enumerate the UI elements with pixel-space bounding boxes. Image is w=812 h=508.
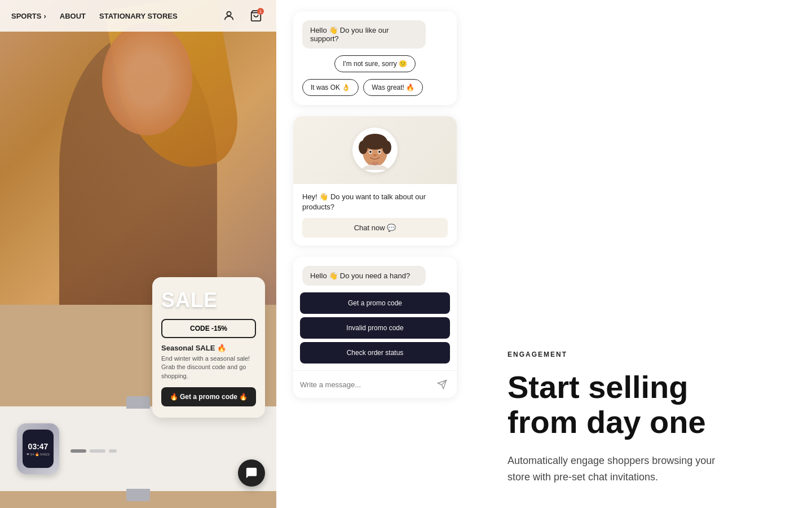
user-icon-btn[interactable] — [220, 7, 238, 25]
product-section: 03:47 ❤ 64 🔥 54623 — [0, 406, 276, 491]
dot-3 — [109, 449, 117, 453]
svg-point-10 — [378, 151, 381, 153]
agent-card: Hey! 👋 Do you want to talk about our pro… — [293, 116, 457, 246]
watch-screen: 03:47 ❤ 64 🔥 54623 — [23, 430, 54, 468]
right-panel: ENGAGEMENT Start selling from day one Au… — [474, 0, 812, 508]
watch-band-bottom — [126, 489, 150, 501]
nav-stores[interactable]: STATIONARY STORES — [99, 12, 178, 20]
send-button[interactable] — [434, 376, 450, 392]
choice-great[interactable]: Was great! 🔥 — [363, 79, 423, 96]
agent-card-body: Hey! 👋 Do you want to talk about our pro… — [293, 184, 457, 246]
svg-point-5 — [382, 141, 391, 154]
chat-widget-bottom: Hello 👋 Do you need a hand? Get a promo … — [293, 257, 457, 398]
chat-greeting: Hello 👋 Do you need a hand? — [302, 266, 426, 286]
chat-widget-top: Hello 👋 Do you like our support? I'm not… — [293, 11, 457, 105]
chat-message-input[interactable] — [300, 380, 430, 389]
option-promo[interactable]: Get a promo code — [300, 292, 450, 314]
svg-point-11 — [373, 154, 377, 156]
chat-input-area — [293, 370, 457, 398]
watch-image: 03:47 ❤ 64 🔥 54623 — [17, 423, 59, 474]
agent-message: Hey! 👋 Do you want to talk about our pro… — [302, 192, 448, 212]
chat-choices-row: It was OK 👌 Was great! 🔥 — [302, 79, 448, 96]
nav-about[interactable]: ABOUT — [60, 12, 86, 20]
chat-header-area: Hello 👋 Do you need a hand? — [293, 257, 457, 292]
svg-point-0 — [227, 12, 231, 16]
main-heading: Start selling from day one — [508, 370, 778, 439]
nav-bar: SPORTS › ABOUT STATIONARY STORES — [0, 0, 276, 32]
chat-now-button[interactable]: Chat now 💬 — [302, 218, 448, 238]
nav-sports[interactable]: SPORTS › — [11, 12, 46, 20]
agent-avatar — [352, 128, 398, 173]
hero-image — [0, 0, 276, 305]
watch-stats: ❤ 64 🔥 54623 — [27, 452, 49, 456]
nav-icons: 1 — [220, 7, 265, 25]
chat-options: Get a promo code Invalid promo code Chec… — [293, 292, 457, 370]
svg-point-4 — [359, 141, 368, 154]
choice-not-sure[interactable]: I'm not sure, sorry 😕 — [334, 55, 416, 72]
sale-card: SALE CODE -15% Seasonal SALE 🔥 End winte… — [152, 277, 265, 418]
dot-1[interactable] — [70, 449, 86, 453]
engagement-label: ENGAGEMENT — [508, 351, 778, 358]
dot-2[interactable] — [90, 449, 105, 453]
promo-button[interactable]: 🔥 Get a promo code 🔥 — [161, 387, 256, 406]
cart-icon-btn[interactable]: 1 — [247, 7, 265, 25]
carousel-dots — [70, 449, 259, 453]
watch-time: 03:47 — [28, 442, 48, 451]
chat-fab-button[interactable] — [238, 459, 265, 487]
sale-title: SALE — [161, 288, 256, 312]
middle-panel: Hello 👋 Do you like our support? I'm not… — [276, 0, 474, 508]
watch-band-top — [126, 396, 150, 409]
sub-text: Automatically engage shoppers browsing y… — [508, 453, 722, 485]
left-panel: SPORTS › ABOUT STATIONARY STORES — [0, 0, 276, 508]
agent-card-image — [293, 116, 457, 184]
option-invalid-promo[interactable]: Invalid promo code — [300, 317, 450, 339]
cart-badge: 1 — [257, 8, 264, 15]
choice-ok[interactable]: It was OK 👌 — [302, 79, 359, 96]
agent-face-svg — [355, 130, 395, 170]
sale-subtitle: Seasonal SALE 🔥 — [161, 344, 256, 352]
svg-point-9 — [369, 151, 372, 153]
sale-description: End winter with a seasonal sale! Grab th… — [161, 354, 256, 380]
chat-message-1: Hello 👋 Do you like our support? — [302, 20, 426, 49]
option-order-status[interactable]: Check order status — [300, 342, 450, 364]
code-button[interactable]: CODE -15% — [161, 319, 256, 338]
